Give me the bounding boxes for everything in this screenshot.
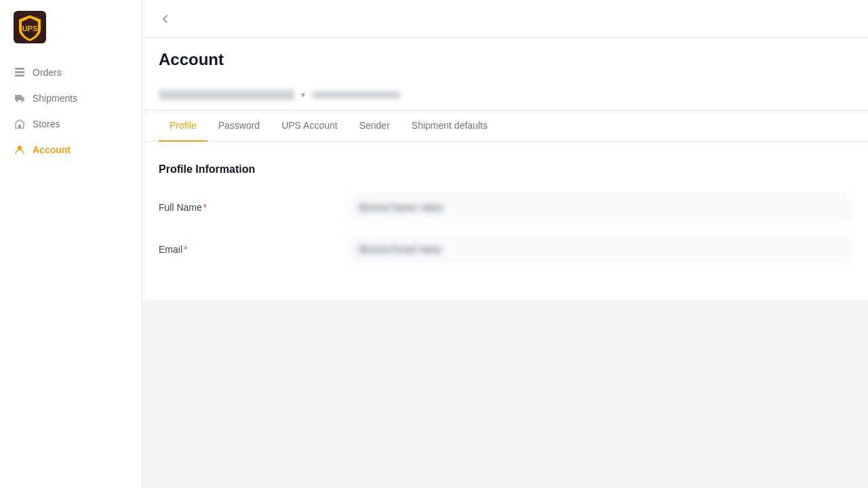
main-content: Account ▾ Profile Password UPS Account S… <box>142 0 868 488</box>
svg-text:UPS: UPS <box>22 24 38 33</box>
svg-rect-8 <box>18 125 21 128</box>
sidebar-navigation: Orders Shipments Stores <box>0 54 142 488</box>
tabs-bar: Profile Password UPS Account Sender Ship… <box>142 110 868 142</box>
email-input[interactable] <box>349 237 852 262</box>
tab-ups-account[interactable]: UPS Account <box>271 110 349 142</box>
svg-rect-5 <box>15 95 22 100</box>
tab-profile[interactable]: Profile <box>159 110 208 142</box>
full-name-row: Full Name* <box>159 195 852 220</box>
tab-shipment-defaults[interactable]: Shipment defaults <box>401 110 498 142</box>
full-name-input[interactable] <box>349 195 852 220</box>
orders-icon <box>14 66 26 79</box>
lower-gray-area <box>142 300 868 488</box>
top-bar <box>142 0 868 38</box>
svg-point-6 <box>16 100 18 102</box>
svg-point-7 <box>22 100 24 102</box>
sidebar-item-stores[interactable]: Stores <box>0 111 142 137</box>
section-title: Profile Information <box>159 163 852 176</box>
sidebar-item-orders-label: Orders <box>33 67 62 78</box>
full-name-label: Full Name* <box>159 202 349 213</box>
white-section: Account ▾ Profile Password UPS Account S… <box>142 38 868 300</box>
email-row: Email* <box>159 237 852 262</box>
account-icon <box>14 144 26 156</box>
sidebar-logo: UPS <box>0 0 142 54</box>
sidebar: UPS Orders <box>0 0 142 488</box>
page-title: Account <box>159 50 852 69</box>
tab-sender[interactable]: Sender <box>349 110 401 142</box>
tab-password[interactable]: Password <box>208 110 271 142</box>
full-name-input-wrap <box>349 195 852 220</box>
sidebar-item-orders[interactable]: Orders <box>0 60 142 85</box>
account-name-blurred <box>159 89 294 100</box>
page-header: Account <box>142 38 868 69</box>
sidebar-item-stores-label: Stores <box>33 119 60 129</box>
sidebar-item-account-label: Account <box>33 144 71 155</box>
svg-rect-4 <box>15 75 24 77</box>
back-button[interactable] <box>159 12 172 26</box>
svg-rect-3 <box>15 71 24 73</box>
account-sub-blurred <box>312 91 400 99</box>
svg-point-9 <box>18 146 22 150</box>
sidebar-item-account[interactable]: Account <box>0 137 142 163</box>
svg-rect-2 <box>15 68 24 70</box>
full-name-required: * <box>203 202 207 213</box>
account-dropdown-arrow[interactable]: ▾ <box>301 90 305 100</box>
stores-icon <box>14 118 26 130</box>
profile-card: Profile Information Full Name* Email* <box>142 142 868 300</box>
email-label: Email* <box>159 244 349 255</box>
email-input-wrap <box>349 237 852 262</box>
sidebar-item-shipments-label: Shipments <box>33 93 77 104</box>
email-required: * <box>184 244 187 255</box>
sidebar-item-shipments[interactable]: Shipments <box>0 85 142 111</box>
account-switcher: ▾ <box>142 80 868 110</box>
ups-logo-icon: UPS <box>14 11 46 43</box>
shipments-icon <box>14 92 26 104</box>
